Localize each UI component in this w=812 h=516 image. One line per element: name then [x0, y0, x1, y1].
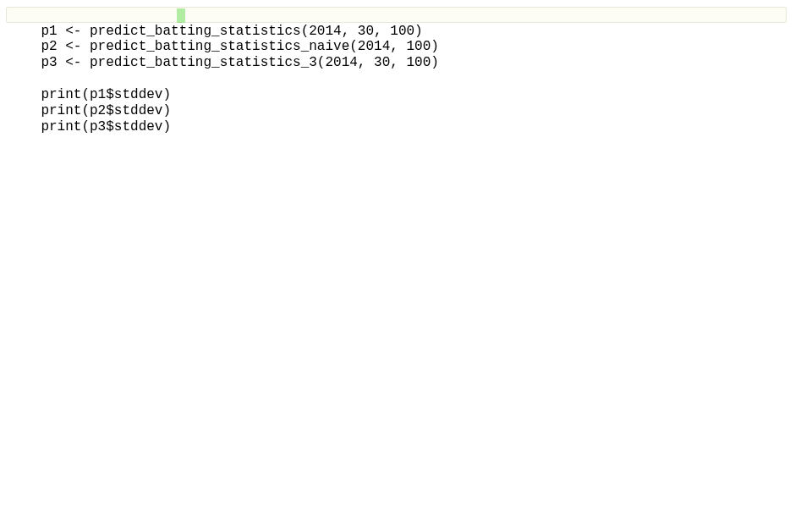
- code-line-1[interactable]: p1 <- predict_batting_statistics(2014, 3…: [6, 7, 787, 23]
- code-line-6[interactable]: print(p2$stddev): [8, 87, 804, 103]
- code-line-4[interactable]: [8, 55, 804, 71]
- code-line-3[interactable]: p3 <- predict_batting_statistics_3(2014,…: [8, 39, 804, 55]
- cursor: [177, 8, 185, 23]
- code-line-7[interactable]: print(p3$stddev): [8, 103, 804, 119]
- code-line-2[interactable]: p2 <- predict_batting_statistics_naive(2…: [8, 23, 804, 39]
- code-text: print(p3$stddev): [41, 119, 171, 134]
- code-editor[interactable]: p1 <- predict_batting_statistics(2014, 3…: [0, 0, 812, 516]
- code-line-5[interactable]: print(p1$stddev): [8, 71, 804, 87]
